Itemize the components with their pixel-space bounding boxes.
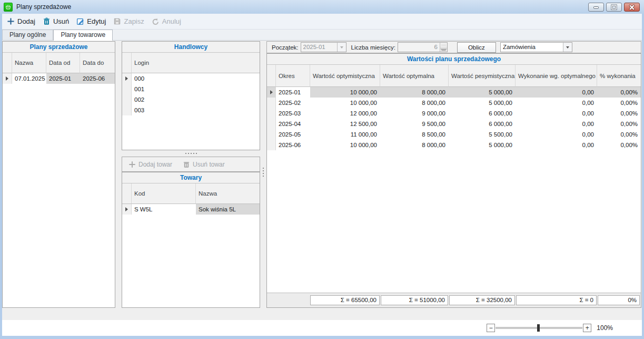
cell-execution[interactable]: 0,00 xyxy=(516,87,597,98)
cell-optimal[interactable]: 9 500,00 xyxy=(380,119,449,129)
cell-pessimistic[interactable]: 5 000,00 xyxy=(449,87,516,98)
titlebar[interactable]: Plany sprzedażowe xyxy=(0,0,644,14)
cell-optimistic[interactable]: 11 000,00 xyxy=(310,129,380,140)
plans-column-data-do[interactable]: Data do xyxy=(80,53,115,73)
chevron-down-icon[interactable] xyxy=(337,43,346,52)
salesmen-row[interactable]: 001 xyxy=(122,84,260,94)
remove-product-button[interactable]: Usuń towar xyxy=(183,161,225,168)
cell-okres[interactable]: 2025-02 xyxy=(276,98,310,108)
products-column-kod[interactable]: Kod xyxy=(132,183,196,204)
cell-percent[interactable]: 0,00% xyxy=(597,129,641,140)
salesmen-cell-login[interactable]: 003 xyxy=(132,105,260,115)
cell-optimal[interactable]: 8 000,00 xyxy=(380,140,449,150)
plans-column-data-od[interactable]: Data od xyxy=(46,53,80,73)
cell-execution[interactable]: 0,00 xyxy=(516,119,597,129)
chevron-down-icon[interactable] xyxy=(563,43,572,52)
cell-execution[interactable]: 0,00 xyxy=(516,108,597,119)
add-button[interactable]: Dodaj xyxy=(3,16,39,27)
start-combobox[interactable]: 2025-01 xyxy=(301,42,346,52)
salesmen-cell-login[interactable]: 001 xyxy=(132,84,260,94)
spinner-up-button[interactable] xyxy=(440,43,447,47)
edit-button[interactable]: Edytuj xyxy=(73,16,110,27)
cell-execution[interactable]: 0,00 xyxy=(516,98,597,108)
plans-cell-nazwa[interactable]: 07.01.2025 xyxy=(12,73,46,84)
values-row[interactable]: 2025-04 12 500,00 9 500,00 6 000,00 0,00… xyxy=(267,119,641,129)
cell-percent[interactable]: 0,00% xyxy=(597,98,641,108)
plus-icon xyxy=(128,161,136,168)
source-combobox[interactable]: Zamówienia xyxy=(500,42,572,52)
salesmen-row[interactable]: 000 xyxy=(122,73,260,84)
cell-okres[interactable]: 2025-05 xyxy=(276,129,310,140)
cell-execution[interactable]: 0,00 xyxy=(516,129,597,140)
plans-panel-title: Plany sprzedażowe xyxy=(3,42,115,53)
restore-button[interactable] xyxy=(606,3,622,12)
zoom-in-button[interactable]: + xyxy=(583,324,591,332)
cell-pessimistic[interactable]: 5 000,00 xyxy=(449,98,516,108)
products-column-nazwa[interactable]: Nazwa xyxy=(196,183,260,204)
products-row[interactable]: S W5L Sok wiśnia 5L xyxy=(122,204,260,215)
salesmen-row[interactable]: 002 xyxy=(122,94,260,105)
values-column-optimal[interactable]: Wartość optymalna xyxy=(380,65,449,87)
calculate-button[interactable]: Oblicz xyxy=(457,42,496,53)
products-cell-kod[interactable]: S W5L xyxy=(132,204,196,215)
cell-percent[interactable]: 0,00% xyxy=(597,108,641,119)
undo-icon xyxy=(152,17,160,25)
horizontal-splitter[interactable] xyxy=(122,151,260,156)
values-column-percent[interactable]: % wykonania xyxy=(597,65,641,87)
cell-optimal[interactable]: 8 500,00 xyxy=(380,129,449,140)
salesmen-column-login[interactable]: Login xyxy=(132,53,260,73)
cell-execution[interactable]: 0,00 xyxy=(516,140,597,150)
salesmen-row[interactable]: 003 xyxy=(122,105,260,115)
tab-plany-ogolne[interactable]: Plany ogólne xyxy=(2,30,53,40)
cell-percent[interactable]: 0,00% xyxy=(597,140,641,150)
cell-okres[interactable]: 2025-06 xyxy=(276,140,310,150)
tab-plany-towarowe[interactable]: Plany towarowe xyxy=(53,30,113,41)
cell-pessimistic[interactable]: 6 000,00 xyxy=(449,108,516,119)
values-row[interactable]: 2025-01 10 000,00 8 000,00 5 000,00 0,00… xyxy=(267,87,641,98)
plans-row[interactable]: 07.01.2025 2025-01 2025-06 xyxy=(3,73,115,84)
cell-optimal[interactable]: 9 000,00 xyxy=(380,108,449,119)
delete-button[interactable]: Usuń xyxy=(39,16,73,27)
add-product-button[interactable]: Dodaj towar xyxy=(128,161,172,168)
salesmen-cell-login[interactable]: 000 xyxy=(132,73,260,84)
cell-optimistic[interactable]: 10 000,00 xyxy=(310,87,380,98)
zoom-out-button[interactable]: − xyxy=(487,324,495,332)
cell-okres[interactable]: 2025-01 xyxy=(276,87,310,98)
cancel-button[interactable]: Anuluj xyxy=(148,16,185,27)
cell-percent[interactable]: 0,00% xyxy=(597,87,641,98)
zoom-slider[interactable] xyxy=(496,327,582,329)
values-row[interactable]: 2025-03 12 000,00 9 000,00 6 000,00 0,00… xyxy=(267,108,641,119)
values-column-okres[interactable]: Okres xyxy=(276,65,310,87)
cell-optimal[interactable]: 8 000,00 xyxy=(380,87,449,98)
close-button[interactable] xyxy=(624,3,640,12)
zoom-slider-thumb[interactable] xyxy=(537,324,540,332)
params-bar: Początek: 2025-01 Liczba miesięcy: 6 Obl… xyxy=(266,41,641,53)
cell-optimistic[interactable]: 10 000,00 xyxy=(310,140,380,150)
cell-percent[interactable]: 0,00% xyxy=(597,119,641,129)
cell-optimistic[interactable]: 10 000,00 xyxy=(310,98,380,108)
values-column-optimistic[interactable]: Wartość optymistyczna xyxy=(310,65,380,87)
salesmen-cell-login[interactable]: 002 xyxy=(132,94,260,105)
save-button[interactable]: Zapisz xyxy=(110,16,147,27)
cell-optimistic[interactable]: 12 500,00 xyxy=(310,119,380,129)
products-cell-nazwa[interactable]: Sok wiśnia 5L xyxy=(196,204,260,215)
spinner-down-button[interactable] xyxy=(440,47,447,52)
cell-optimal[interactable]: 8 000,00 xyxy=(380,98,449,108)
minimize-button[interactable] xyxy=(588,3,604,12)
cell-okres[interactable]: 2025-03 xyxy=(276,108,310,119)
cell-okres[interactable]: 2025-04 xyxy=(276,119,310,129)
cell-pessimistic[interactable]: 5 500,00 xyxy=(449,129,516,140)
cell-pessimistic[interactable]: 6 000,00 xyxy=(449,119,516,129)
cell-pessimistic[interactable]: 5 000,00 xyxy=(449,140,516,150)
values-row[interactable]: 2025-05 11 000,00 8 500,00 5 500,00 0,00… xyxy=(267,129,641,140)
plans-cell-data-do[interactable]: 2025-06 xyxy=(80,73,115,84)
cell-optimistic[interactable]: 12 000,00 xyxy=(310,108,380,119)
plans-column-nazwa[interactable]: Nazwa xyxy=(12,53,46,73)
values-column-pessimistic[interactable]: Wartość pesymistyczna xyxy=(449,65,516,87)
months-spinner[interactable]: 6 xyxy=(398,42,448,52)
values-column-execution[interactable]: Wykonanie wg. optymalnego xyxy=(516,65,597,87)
vertical-splitter[interactable] xyxy=(262,168,265,177)
values-row[interactable]: 2025-06 10 000,00 8 000,00 5 000,00 0,00… xyxy=(267,140,641,150)
values-row[interactable]: 2025-02 10 000,00 8 000,00 5 000,00 0,00… xyxy=(267,98,641,108)
plans-cell-data-od[interactable]: 2025-01 xyxy=(46,73,80,84)
